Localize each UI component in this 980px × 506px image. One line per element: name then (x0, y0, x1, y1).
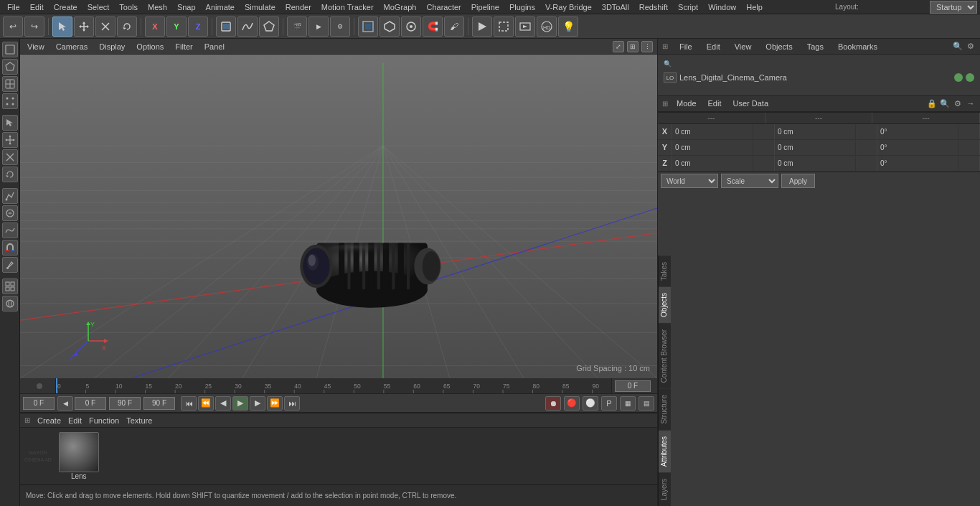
motion-clip-btn[interactable]: ▦ (620, 396, 636, 411)
go-to-start-btn[interactable]: ⏮ (181, 396, 197, 411)
quick-render[interactable] (472, 17, 492, 37)
attr-mode-btn[interactable]: Mode (674, 98, 699, 109)
render-region[interactable] (494, 17, 514, 37)
coords-x-pos[interactable]: 0 cm (672, 124, 753, 139)
objects-view-btn[interactable]: View (732, 41, 755, 52)
start-frame-input[interactable] (23, 397, 55, 410)
viewport-menu-display[interactable]: Display (96, 41, 128, 52)
material-lens-item[interactable]: Lens (59, 432, 99, 480)
sidebar-live-select[interactable] (2, 115, 18, 131)
tab-content-browser[interactable]: Content Browser (659, 323, 671, 388)
viewport-expand-btn[interactable]: ⤢ (613, 41, 624, 52)
material-function-btn[interactable]: Function (89, 416, 119, 425)
redo-button[interactable]: ↪ (24, 17, 44, 37)
menu-redshift[interactable]: Redshift (635, 1, 672, 13)
tab-objects[interactable]: Objects (659, 286, 671, 323)
x-axis-button[interactable]: X (145, 17, 165, 37)
menu-mesh[interactable]: Mesh (143, 1, 171, 13)
scale-button[interactable] (95, 17, 116, 37)
menu-snap[interactable]: Snap (173, 1, 200, 13)
menu-character[interactable]: Character (422, 1, 465, 13)
material-edit-btn[interactable]: Edit (68, 416, 82, 425)
objects-tags-btn[interactable]: Tags (804, 41, 826, 52)
hdr-display[interactable]: HD (537, 17, 557, 37)
dope-sheet-btn[interactable]: ▤ (639, 396, 654, 411)
sidebar-move-tool[interactable] (2, 132, 18, 148)
menu-script[interactable]: Script (674, 1, 702, 13)
sidebar-grid-tool[interactable] (2, 278, 18, 294)
render-start[interactable]: ▶ (308, 17, 329, 37)
timeline-track[interactable]: 0 5 10 15 20 25 30 35 (56, 378, 611, 394)
top-view[interactable] (380, 17, 400, 37)
move-button[interactable] (74, 17, 94, 37)
spline-button[interactable] (237, 17, 258, 37)
coords-x-size[interactable]: 0 cm (775, 124, 856, 139)
poly-mode-button[interactable] (259, 17, 279, 37)
y-axis-button[interactable]: Y (166, 17, 187, 37)
timeline-ruler[interactable]: 0 5 10 15 20 25 30 35 (20, 378, 657, 394)
coords-x-rot[interactable]: 0° (877, 124, 958, 139)
menu-plugins[interactable]: Plugins (505, 1, 540, 13)
coords-y-rot[interactable]: 0° (877, 140, 958, 155)
paint-tool[interactable]: 🖌 (444, 17, 464, 37)
sidebar-paint-tool[interactable] (2, 257, 18, 273)
prev-frame-5-btn[interactable]: ◀ (57, 396, 73, 411)
attr-edit-btn[interactable]: Edit (705, 98, 725, 109)
apply-button[interactable]: Apply (781, 174, 815, 188)
scale-dropdown[interactable]: Scale (721, 174, 778, 188)
coords-z-pos[interactable]: 0 cm (672, 156, 753, 171)
tab-attributes[interactable]: Attributes (659, 430, 671, 472)
menu-motion-tracker[interactable]: Motion Tracker (317, 1, 378, 13)
menu-mograph[interactable]: MoGraph (380, 1, 421, 13)
coords-z-size[interactable]: 0 cm (775, 156, 856, 171)
tab-takes[interactable]: Takes (659, 256, 671, 286)
prev-frame-btn[interactable]: ◀ (215, 396, 231, 411)
layout-select[interactable]: Startup (930, 1, 977, 14)
playback-settings-btn[interactable]: P (601, 396, 617, 411)
menu-vray[interactable]: V-Ray Bridge (541, 1, 596, 13)
objects-edit-btn[interactable]: Edit (704, 41, 723, 52)
menu-animate[interactable]: Animate (202, 1, 239, 13)
sidebar-rotate-tool[interactable] (2, 167, 18, 182)
material-create-btn[interactable]: Create (37, 416, 61, 425)
menu-select[interactable]: Select (83, 1, 114, 13)
z-axis-button[interactable]: Z (188, 17, 208, 37)
play-btn[interactable]: ▶ (232, 396, 248, 411)
objects-bookmarks-btn[interactable]: Bookmarks (835, 41, 880, 52)
attr-settings-icon[interactable]: ⚙ (953, 98, 963, 108)
menu-3dtoall[interactable]: 3DToAll (598, 1, 633, 13)
menu-tools[interactable]: Tools (115, 1, 142, 13)
magnet-tool[interactable]: 🧲 (423, 17, 443, 37)
auto-keyframe-btn[interactable]: 🔴 (564, 396, 580, 411)
rotate-button[interactable] (117, 17, 137, 37)
viewport-canvas[interactable]: Perspective (20, 55, 657, 378)
objects-objects-btn[interactable]: Objects (763, 41, 795, 52)
menu-simulate[interactable]: Simulate (240, 1, 280, 13)
sidebar-poly-mode[interactable] (2, 59, 18, 75)
sidebar-edge-mode[interactable] (2, 76, 18, 92)
object-visible-btn[interactable] (954, 73, 963, 82)
attr-search-icon[interactable]: 🔍 (940, 98, 950, 108)
viewport-menu-cameras[interactable]: Cameras (53, 41, 91, 52)
menu-pipeline[interactable]: Pipeline (467, 1, 504, 13)
viewport-menu-options[interactable]: Options (133, 41, 166, 52)
end-frame-input[interactable] (109, 397, 141, 410)
sidebar-magnet-tool[interactable] (2, 240, 18, 256)
render-picture-viewer[interactable]: 🎬 (287, 17, 307, 37)
objects-settings-icon[interactable]: ⚙ (966, 42, 976, 52)
poly-subdivide[interactable] (401, 17, 421, 37)
sidebar-scale-tool[interactable] (2, 149, 18, 165)
next-keyframe-btn[interactable]: ⏩ (267, 396, 283, 411)
undo-button[interactable]: ↩ (3, 17, 23, 37)
tab-layers[interactable]: Layers (659, 472, 671, 506)
attr-nav-icon[interactable]: → (966, 98, 976, 108)
objects-file-btn[interactable]: File (677, 41, 695, 52)
select-mode-button[interactable] (52, 17, 72, 37)
object-row-lens[interactable]: LO Lens_Digital_Cinema_Camera (661, 70, 977, 85)
menu-window[interactable]: Window (704, 1, 740, 13)
viewport-menu-panel[interactable]: Panel (202, 41, 227, 52)
perspective-view[interactable] (358, 17, 378, 37)
go-to-end-btn[interactable]: ⏭ (284, 396, 300, 411)
viewport-settings-btn[interactable]: ⋮ (641, 41, 653, 52)
material-texture-btn[interactable]: Texture (126, 416, 152, 425)
